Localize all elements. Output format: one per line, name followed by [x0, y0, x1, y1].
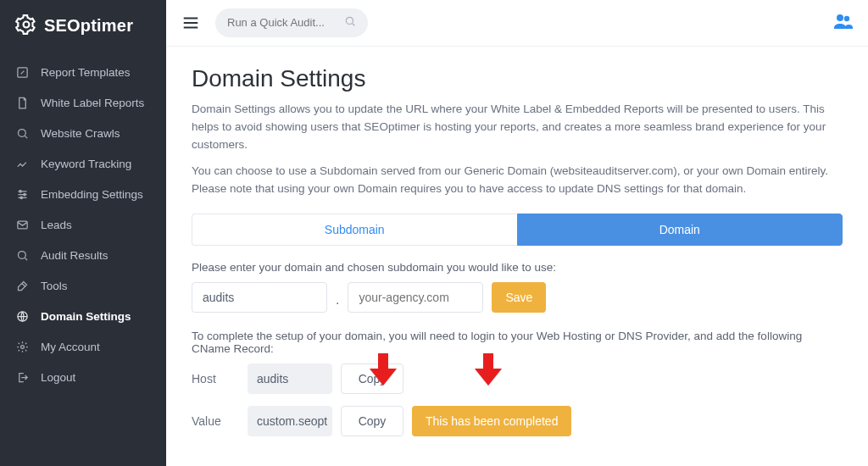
dns-host-label: Host	[192, 372, 239, 386]
topbar	[166, 0, 868, 47]
sidebar-item-tools[interactable]: Tools	[0, 270, 166, 301]
main-panel: Domain Settings Domain Settings allows y…	[166, 0, 868, 466]
gear-icon	[15, 340, 29, 353]
sidebar-item-label: Embedding Settings	[41, 188, 143, 201]
brand-logo-icon	[15, 14, 44, 38]
dns-instructions: To complete the setup of your domain, yo…	[192, 330, 843, 355]
hamburger-icon[interactable]	[181, 14, 200, 32]
sidebar-item-label: Keyword Tracking	[41, 158, 131, 170]
copy-value-button[interactable]: Copy	[341, 406, 403, 436]
dns-host-row: Host audits Copy	[192, 363, 843, 394]
svg-point-5	[20, 197, 23, 199]
sidebar-item-label: Domain Settings	[41, 310, 131, 323]
svg-point-2	[18, 129, 25, 136]
completed-button[interactable]: This has been completed	[412, 406, 571, 436]
save-button[interactable]: Save	[492, 282, 546, 313]
users-icon[interactable]	[832, 11, 853, 34]
document-icon	[15, 96, 29, 109]
search-icon	[15, 248, 29, 262]
sidebar-item-report-templates[interactable]: Report Templates	[0, 57, 166, 87]
sidebar-item-label: My Account	[41, 341, 100, 353]
page-title: Domain Settings	[192, 65, 843, 92]
logout-icon	[15, 370, 29, 384]
page-description-2: You can choose to use a Subdomain served…	[192, 163, 836, 198]
svg-point-10	[346, 18, 353, 25]
sidebar-item-label: Leads	[41, 219, 72, 231]
sidebar-item-domain-settings[interactable]: Domain Settings	[0, 301, 166, 331]
sidebar-item-label: Report Templates	[41, 66, 131, 79]
svg-point-11	[837, 14, 843, 21]
sidebar-item-embedding-settings[interactable]: Embedding Settings	[0, 179, 166, 209]
search-icon	[15, 126, 29, 140]
svg-point-7	[18, 251, 25, 258]
dot-separator: .	[336, 292, 339, 308]
tab-domain[interactable]: Domain	[517, 214, 843, 246]
sliders-icon	[15, 187, 29, 201]
sidebar-item-label: Logout	[41, 371, 75, 384]
sidebar-item-label: Audit Results	[41, 249, 108, 262]
tab-subdomain[interactable]: Subdomain	[192, 214, 517, 246]
dns-value-value: custom.seopt	[248, 406, 332, 436]
edit-square-icon	[15, 65, 29, 79]
svg-point-12	[844, 16, 849, 21]
dns-host-value: audits	[248, 363, 332, 394]
mail-icon	[15, 218, 29, 231]
tabs: Subdomain Domain	[192, 214, 843, 246]
brand: SEOptimer	[0, 0, 166, 53]
sidebar-item-label: White Label Reports	[41, 97, 144, 109]
domain-input[interactable]	[348, 282, 483, 313]
svg-point-4	[23, 193, 25, 196]
sidebar-item-logout[interactable]: Logout	[0, 362, 166, 392]
chart-line-icon	[15, 157, 29, 170]
subdomain-input[interactable]	[192, 282, 327, 313]
dns-value-label: Value	[192, 414, 239, 428]
hammer-icon	[15, 279, 29, 292]
sidebar-item-website-crawls[interactable]: Website Crawls	[0, 118, 166, 148]
domain-form-prompt: Please enter your domain and chosen subd…	[192, 261, 843, 274]
page-description-1: Domain Settings allows you to update the…	[192, 101, 836, 154]
svg-point-9	[20, 345, 24, 348]
globe-icon	[15, 309, 29, 323]
brand-name: SEOptimer	[44, 16, 133, 36]
sidebar-item-keyword-tracking[interactable]: Keyword Tracking	[0, 148, 166, 179]
sidebar-item-audit-results[interactable]: Audit Results	[0, 240, 166, 270]
sidebar-item-my-account[interactable]: My Account	[0, 331, 166, 362]
svg-point-3	[19, 190, 21, 192]
sidebar-item-label: Tools	[41, 280, 68, 292]
svg-point-0	[24, 22, 30, 28]
dns-value-row: Value custom.seopt Copy This has been co…	[192, 406, 843, 436]
domain-form-row: . Save	[192, 282, 843, 313]
copy-host-button[interactable]: Copy	[341, 363, 403, 394]
sidebar: SEOptimer Report Templates White Label R…	[0, 0, 166, 466]
search-input[interactable]	[227, 16, 339, 29]
quick-audit-search[interactable]	[215, 8, 368, 37]
sidebar-item-label: Website Crawls	[41, 127, 120, 140]
sidebar-nav: Report Templates White Label Reports Web…	[0, 53, 166, 392]
content: Domain Settings Domain Settings allows y…	[166, 47, 868, 466]
search-icon	[344, 15, 356, 30]
sidebar-item-white-label-reports[interactable]: White Label Reports	[0, 87, 166, 118]
sidebar-item-leads[interactable]: Leads	[0, 209, 166, 240]
